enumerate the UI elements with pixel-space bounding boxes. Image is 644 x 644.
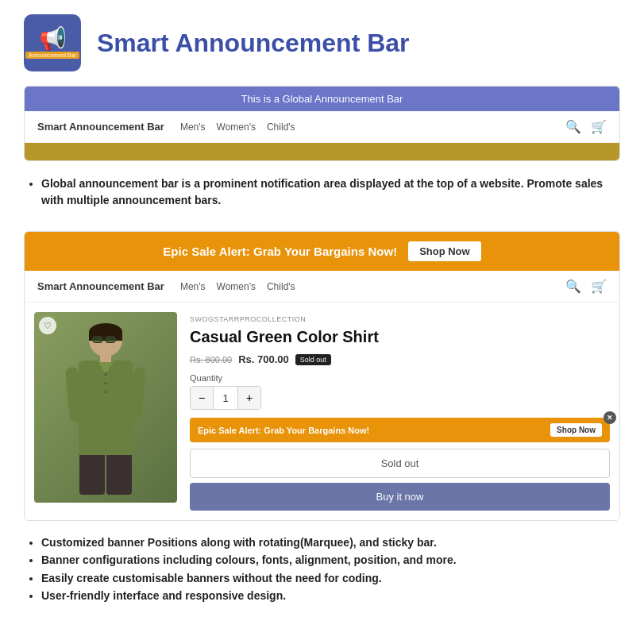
quantity-increase[interactable]: + xyxy=(238,387,260,409)
description-list: Global announcement bar is a prominent n… xyxy=(24,175,620,209)
features-list: Customized banner Positions along with r… xyxy=(24,534,620,605)
product-collection: SWOGSTARRPROCOLLECTION xyxy=(190,315,610,323)
nav-link-womens[interactable]: Women's xyxy=(217,121,256,133)
orange-announcement-bar: Epic Sale Alert: Grab Your Bargains Now!… xyxy=(25,232,619,271)
quantity-decrease[interactable]: − xyxy=(191,387,213,409)
quantity-value: 1 xyxy=(213,387,238,409)
gold-bar-preview xyxy=(25,143,619,160)
app-header: 📢 Announcement Bar Smart Announcement Ba… xyxy=(0,0,644,86)
app-logo: 📢 Announcement Bar xyxy=(24,14,81,71)
nav-links-first: Men's Women's Child's xyxy=(180,121,565,133)
first-preview-box: This is a Global Announcement Bar Smart … xyxy=(24,86,620,161)
nav-link-mens[interactable]: Men's xyxy=(180,121,206,133)
description-section: Global announcement bar is a prominent n… xyxy=(0,161,644,220)
product-img-placeholder xyxy=(34,312,177,503)
global-announcement-bar: This is a Global Announcement Bar xyxy=(25,87,619,111)
cart-icon[interactable]: 🛒 xyxy=(591,119,607,134)
nav-link-childs[interactable]: Child's xyxy=(267,121,295,133)
nav-icons-first: 🔍 🛒 xyxy=(565,119,607,134)
nav-link-womens-2[interactable]: Women's xyxy=(217,281,256,292)
mini-orange-bar: Epic Sale Alert: Grab Your Bargains Now!… xyxy=(190,418,610,442)
quantity-control: − 1 + xyxy=(190,386,261,410)
nav-link-mens-2[interactable]: Men's xyxy=(180,281,206,292)
product-pricing: Rs. 800.00 Rs. 700.00 Sold out xyxy=(190,353,610,365)
product-info: SWOGSTARRPROCOLLECTION Casual Green Colo… xyxy=(190,312,610,511)
nav-icons-second: 🔍 🛒 xyxy=(565,279,607,294)
description-item-1: Global announcement bar is a prominent n… xyxy=(41,175,620,209)
mini-bar-text: Epic Sale Alert: Grab Your Bargains Now! xyxy=(198,426,369,435)
sold-out-button[interactable]: Sold out xyxy=(190,449,610,478)
mini-shop-now-button[interactable]: Shop Now xyxy=(550,423,602,437)
second-preview-box: Epic Sale Alert: Grab Your Bargains Now!… xyxy=(24,231,620,521)
feature-item-1: Customized banner Positions along with r… xyxy=(41,534,620,551)
sale-price: Rs. 700.00 xyxy=(238,353,289,365)
sold-out-badge: Sold out xyxy=(295,354,331,365)
shop-nav-first: Smart Announcement Bar Men's Women's Chi… xyxy=(25,111,619,143)
search-icon-2[interactable]: 🔍 xyxy=(565,279,581,294)
quantity-label: Quantity xyxy=(190,373,610,383)
feature-item-4: User-friendly interface and responsive d… xyxy=(41,587,620,604)
search-icon[interactable]: 🔍 xyxy=(565,119,581,134)
buy-it-now-button[interactable]: Buy it now xyxy=(190,483,610,511)
megaphone-icon: 📢 xyxy=(39,28,67,50)
mini-close-button[interactable]: ✕ xyxy=(604,411,616,424)
cart-icon-2[interactable]: 🛒 xyxy=(591,279,607,294)
logo-label: Announcement Bar xyxy=(25,52,79,59)
shop-brand-first: Smart Announcement Bar xyxy=(37,121,164,133)
product-image: ♡ xyxy=(34,312,177,503)
product-section: ♡ SWOGSTARRPROCOLLECTION Casual Green Co… xyxy=(25,303,619,520)
shop-now-button[interactable]: Shop Now xyxy=(408,241,481,261)
app-title: Smart Announcement Bar xyxy=(97,29,410,58)
favorite-icon[interactable]: ♡ xyxy=(39,317,56,334)
orange-bar-text: Epic Sale Alert: Grab Your Bargains Now! xyxy=(163,245,397,258)
product-name: Casual Green Color Shirt xyxy=(190,326,610,347)
features-section: Customized banner Positions along with r… xyxy=(0,521,644,621)
original-price: Rs. 800.00 xyxy=(190,355,232,364)
shop-brand-second: Smart Announcement Bar xyxy=(37,280,164,292)
global-bar-text: This is a Global Announcement Bar xyxy=(241,93,403,105)
nav-link-childs-2[interactable]: Child's xyxy=(267,281,295,292)
nav-links-second: Men's Women's Child's xyxy=(180,281,565,292)
feature-item-3: Easily create customisable banners witho… xyxy=(41,569,620,587)
feature-item-2: Banner configurations including colours,… xyxy=(41,551,620,569)
shop-nav-second: Smart Announcement Bar Men's Women's Chi… xyxy=(25,271,619,303)
